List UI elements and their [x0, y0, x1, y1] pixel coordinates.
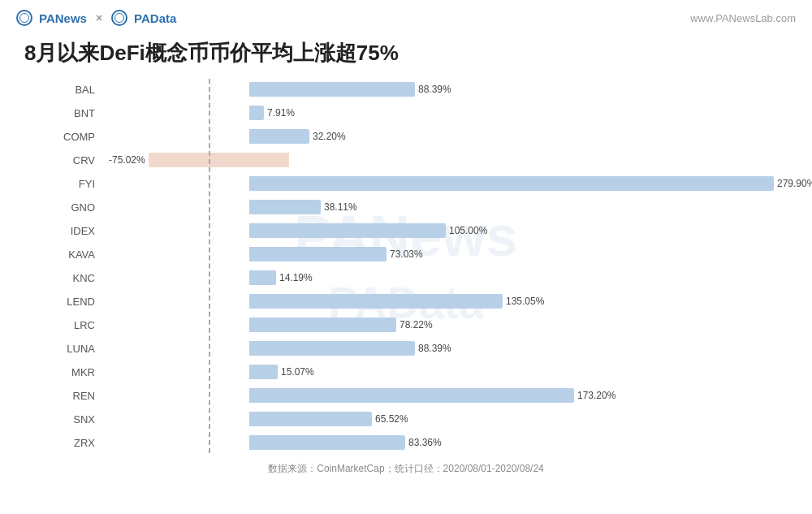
bar-value-label: 32.20% [313, 131, 346, 142]
bar-track: 14.19% [102, 269, 796, 287]
bar-track: 135.05% [102, 292, 796, 310]
bar-label: SNX [61, 413, 102, 425]
bar-track: 65.52% [102, 410, 796, 428]
bar-label: KNC [61, 272, 102, 284]
bar-positive [249, 365, 278, 379]
bar-track: 38.11% [102, 198, 796, 216]
bar-row: LEND135.05% [61, 291, 796, 312]
bar-row: LUNA88.39% [61, 338, 796, 359]
bar-value-label: 73.03% [390, 248, 423, 260]
bar-row: LRC78.22% [61, 314, 796, 335]
padata-text: PAData [134, 11, 176, 25]
bar-value-label: 65.52% [375, 413, 408, 425]
bar-track: 32.20% [102, 127, 796, 145]
bar-positive [249, 435, 405, 450]
bar-value-label: 7.91% [267, 107, 295, 119]
logo-area: PANews × PAData [16, 10, 176, 26]
bar-label: ZRX [61, 437, 102, 449]
bar-positive [249, 341, 415, 356]
bar-row: COMP32.20% [61, 126, 796, 147]
bar-row: KNC14.19% [61, 267, 796, 288]
chart-area: PANews PAData BAL88.39%BNT7.91%COMP32.20… [0, 79, 812, 453]
bar-row: ZRX83.36% [61, 432, 796, 453]
bar-track: 78.22% [102, 316, 796, 334]
bar-positive [249, 294, 503, 309]
header: PANews × PAData www.PANewsLab.com [0, 0, 812, 32]
bar-track: 7.91% [102, 104, 796, 122]
bars-wrapper: BAL88.39%BNT7.91%COMP32.20%CRV-75.02%FYI… [16, 79, 796, 453]
chart-title: 8月以来DeFi概念币币价平均上涨超75% [0, 32, 812, 79]
bar-track: 88.39% [102, 339, 796, 357]
bar-value-label: -75.02% [109, 154, 145, 166]
bar-value-label: 15.07% [281, 366, 314, 378]
bar-track: 88.39% [102, 80, 796, 98]
bar-row: FYI279.90% [61, 173, 796, 194]
website-url: www.PANewsLab.com [690, 12, 796, 24]
bar-row: GNO38.11% [61, 197, 796, 218]
bar-track: 83.36% [102, 434, 796, 451]
bar-row: KAVA73.03% [61, 244, 796, 265]
bar-row: CRV-75.02% [61, 149, 796, 171]
bar-positive [249, 412, 372, 426]
bar-value-label: 88.39% [418, 343, 451, 354]
bar-positive [249, 200, 321, 214]
bar-negative [149, 153, 289, 167]
bar-label: BAL [61, 84, 102, 96]
bar-value-label: 83.36% [408, 437, 442, 448]
bar-row: BAL88.39% [61, 79, 796, 100]
bar-row: REN173.20% [61, 385, 796, 406]
bar-label: IDEX [61, 225, 102, 237]
bar-positive [249, 223, 446, 238]
bar-value-label: 88.39% [418, 84, 451, 95]
bar-label: MKR [61, 366, 102, 378]
bar-label: GNO [61, 201, 102, 214]
bar-positive [249, 106, 264, 120]
bar-track: 15.07% [102, 363, 796, 381]
bar-row: SNX65.52% [61, 408, 796, 430]
bar-value-label: 173.20% [577, 390, 615, 401]
bar-value-label: 135.05% [506, 296, 544, 307]
bar-row: MKR15.07% [61, 361, 796, 382]
bar-row: BNT7.91% [61, 102, 796, 123]
chart-footer: 数据来源：CoinMarketCap；统计口径：2020/08/01-2020/… [0, 456, 812, 479]
bar-track: 105.00% [102, 222, 796, 240]
bar-positive [249, 270, 276, 285]
bar-positive [249, 176, 774, 191]
bar-label: REN [61, 390, 102, 402]
bar-positive [249, 317, 396, 332]
bar-track: 173.20% [102, 387, 796, 404]
bar-positive [249, 129, 309, 144]
panews-text: PANews [39, 11, 87, 25]
bar-label: LEND [61, 296, 102, 308]
panews-logo-icon [16, 10, 32, 26]
bar-label: FYI [61, 178, 102, 190]
bar-value-label: 14.19% [279, 272, 313, 283]
separator: × [96, 11, 102, 24]
bar-value-label: 105.00% [449, 225, 487, 236]
main-container: PANews × PAData www.PANewsLab.com 8月以来De… [0, 0, 812, 514]
bar-positive [249, 247, 387, 261]
bar-value-label: 78.22% [400, 319, 433, 330]
bar-label: LRC [61, 319, 102, 331]
bar-label: CRV [61, 154, 102, 166]
bar-label: BNT [61, 107, 102, 119]
bar-label: COMP [61, 131, 102, 143]
bar-track: -75.02% [102, 151, 796, 169]
bar-label: LUNA [61, 343, 102, 355]
bar-row: IDEX105.00% [61, 220, 796, 241]
bar-positive [249, 82, 415, 97]
bar-value-label: 279.90% [777, 178, 812, 189]
padata-logo-icon [111, 10, 127, 26]
bar-label: KAVA [61, 248, 102, 261]
dashed-line [209, 79, 210, 453]
bar-value-label: 38.11% [324, 201, 357, 213]
bar-positive [249, 388, 574, 403]
bar-track: 73.03% [102, 245, 796, 263]
